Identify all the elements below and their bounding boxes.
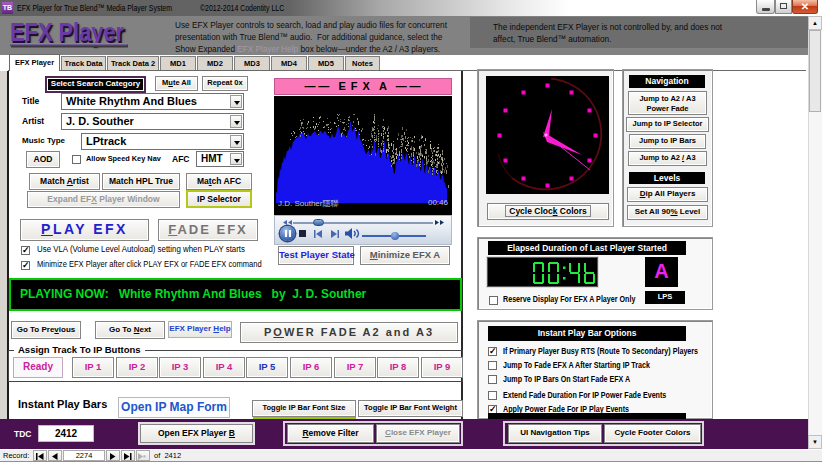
- svg-text:*: *: [143, 454, 146, 461]
